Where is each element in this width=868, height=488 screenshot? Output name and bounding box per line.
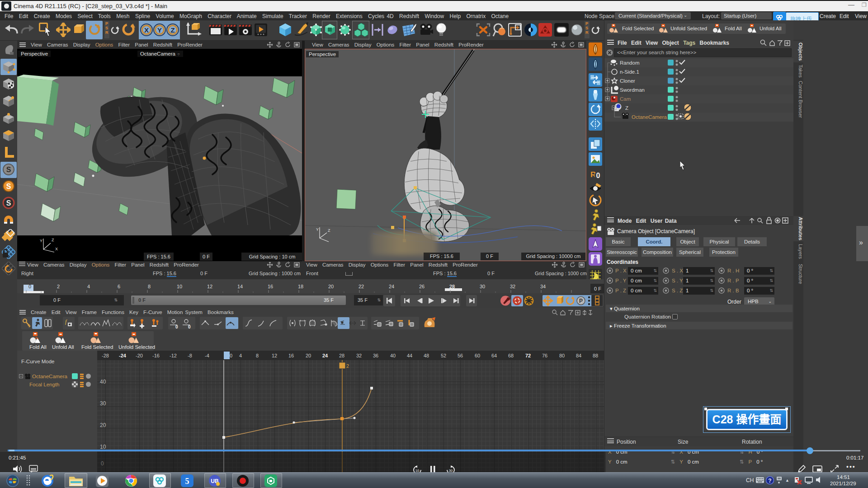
- svg-text:56: 56: [458, 353, 463, 358]
- svg-text:X: X: [55, 247, 58, 251]
- svg-text:Cam: Cam: [620, 96, 631, 102]
- svg-text:0: 0: [175, 324, 178, 328]
- svg-text:n-Side.1: n-Side.1: [620, 69, 639, 75]
- svg-text:Z: Z: [625, 105, 628, 111]
- svg-text:32: 32: [510, 284, 515, 289]
- svg-text:8: 8: [256, 353, 259, 358]
- svg-text:80: 80: [559, 353, 565, 358]
- svg-text:26: 26: [419, 284, 425, 289]
- svg-text:Z: Z: [170, 26, 175, 34]
- svg-text:-20: -20: [136, 353, 143, 358]
- svg-text:Z: Z: [328, 228, 330, 233]
- svg-text:Y: Y: [40, 239, 42, 243]
- svg-text:40: 40: [390, 353, 396, 358]
- svg-text:72: 72: [525, 353, 531, 358]
- svg-text:18: 18: [298, 284, 303, 289]
- svg-text:34: 34: [540, 284, 546, 289]
- svg-text:12: 12: [272, 353, 277, 358]
- svg-text:88: 88: [593, 353, 598, 358]
- svg-text:2: 2: [57, 284, 60, 289]
- svg-text:64: 64: [491, 353, 497, 358]
- svg-text:52: 52: [441, 353, 446, 358]
- svg-text:Swordman: Swordman: [620, 87, 645, 93]
- svg-text:5: 5: [185, 477, 189, 486]
- svg-text:28: 28: [449, 284, 455, 289]
- svg-text:28: 28: [339, 353, 344, 358]
- svg-text:8: 8: [148, 284, 151, 289]
- svg-text:0: 0: [596, 172, 600, 179]
- svg-text:22: 22: [359, 284, 364, 289]
- svg-text:16: 16: [268, 284, 273, 289]
- svg-text:0: 0: [28, 284, 31, 289]
- svg-text:24: 24: [389, 284, 394, 289]
- svg-text:Y: Y: [157, 26, 162, 34]
- svg-text:4: 4: [239, 353, 242, 358]
- svg-text:Z: Z: [52, 238, 54, 242]
- svg-text:14: 14: [237, 284, 243, 289]
- svg-text:-28: -28: [102, 353, 109, 358]
- svg-text:-8: -8: [188, 353, 192, 358]
- svg-text:S: S: [6, 199, 11, 207]
- svg-text:30: 30: [100, 400, 106, 407]
- svg-text:0: 0: [230, 353, 232, 358]
- svg-text:2: 2: [346, 363, 349, 369]
- svg-text:12: 12: [207, 284, 212, 289]
- svg-text:76: 76: [542, 353, 547, 358]
- svg-text:Y: Y: [316, 227, 319, 232]
- svg-text:-16: -16: [152, 353, 160, 358]
- svg-text:X: X: [144, 26, 149, 34]
- svg-text:40: 40: [100, 379, 106, 385]
- svg-text:-4: -4: [205, 353, 209, 358]
- svg-text:16: 16: [288, 353, 294, 358]
- svg-text:Cloner: Cloner: [620, 78, 635, 84]
- svg-text:20: 20: [328, 284, 334, 289]
- svg-text:84: 84: [576, 353, 581, 358]
- svg-text:60: 60: [475, 353, 480, 358]
- svg-text:0 F: 0 F: [594, 286, 601, 291]
- svg-text:S: S: [6, 183, 11, 190]
- svg-text:P: P: [579, 298, 583, 304]
- svg-text:?: ?: [768, 478, 771, 484]
- svg-text:OctaneCamera: OctaneCamera: [632, 114, 667, 120]
- svg-text:-24: -24: [119, 353, 127, 358]
- svg-text:36: 36: [373, 353, 378, 358]
- svg-text:S: S: [6, 166, 11, 174]
- svg-text:68: 68: [508, 353, 514, 358]
- svg-text:48: 48: [424, 353, 429, 358]
- svg-text:44: 44: [407, 353, 412, 358]
- svg-text:20: 20: [100, 422, 106, 428]
- svg-text:Random: Random: [620, 60, 639, 66]
- svg-text:4: 4: [87, 284, 90, 289]
- svg-text:6: 6: [118, 284, 120, 289]
- svg-text:32: 32: [356, 353, 362, 358]
- svg-text:10: 10: [177, 284, 182, 289]
- svg-text:-12: -12: [170, 353, 177, 358]
- svg-text:30: 30: [480, 284, 485, 289]
- svg-text:24: 24: [322, 353, 328, 358]
- svg-text:20: 20: [306, 353, 311, 358]
- svg-text:0: 0: [188, 324, 191, 328]
- svg-text:f: f: [65, 319, 67, 325]
